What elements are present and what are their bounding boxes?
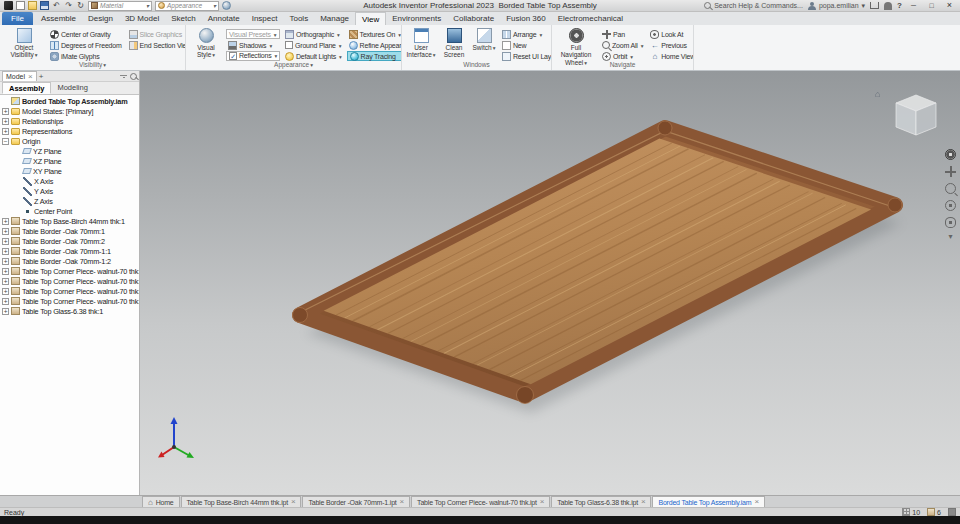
shadows-button[interactable]: Shadows	[226, 40, 280, 49]
pan-button[interactable]: Pan	[600, 29, 645, 39]
tree-expander[interactable]: +	[2, 128, 9, 135]
viewcube-home-icon[interactable]	[875, 89, 880, 99]
tree-node[interactable]: +Table Border -Oak 70mm:1	[0, 226, 139, 236]
save-icon[interactable]	[40, 1, 49, 10]
ground-plane-toggle[interactable]: Ground Plane	[283, 40, 344, 50]
clean-screen-button[interactable]: Clean Screen	[440, 27, 468, 61]
ribbon-tab-annotate[interactable]: Annotate	[202, 12, 246, 25]
close-icon[interactable]: ×	[291, 498, 295, 506]
ribbon-tab-view[interactable]: View	[355, 12, 386, 25]
slice-graphics-button[interactable]: Slice Graphics	[127, 29, 186, 39]
new-file-icon[interactable]	[16, 1, 25, 10]
tree-node[interactable]: XZ Plane	[0, 156, 139, 166]
tree-node[interactable]: +Table Border -Oak 70mm-1:1	[0, 246, 139, 256]
look-at-icon[interactable]	[945, 217, 956, 228]
add-browser-tab-button[interactable]	[39, 72, 44, 81]
orbit-icon[interactable]	[945, 200, 956, 211]
panel-label-navigate[interactable]: Navigate	[552, 60, 693, 70]
tree-node[interactable]: +Table Border -Oak 70mm-1:2	[0, 256, 139, 266]
material-combo[interactable]: Material	[88, 1, 152, 11]
tree-expander[interactable]: +	[2, 238, 9, 245]
help-search[interactable]: Search Help & Commands...	[704, 2, 803, 9]
doc-tab-home[interactable]: ⌂Home	[142, 496, 180, 507]
tree-node[interactable]: +Table Top Base-Birch 44mm thk:1	[0, 216, 139, 226]
tree-expander[interactable]: −	[2, 138, 9, 145]
viewcube[interactable]	[888, 89, 944, 147]
panel-label-visibility[interactable]: Visibility	[0, 60, 185, 70]
tree-node[interactable]: +Table Top Corner Piece- walnut-70 thk:4	[0, 296, 139, 306]
ribbon-tab-inspect[interactable]: Inspect	[246, 12, 284, 25]
panel-label-appearance[interactable]: Appearance	[186, 60, 401, 70]
tree-node[interactable]: +Table Top Corner Piece- walnut-70 thk:3	[0, 286, 139, 296]
refine-appearance-button[interactable]: Refine Appearance	[347, 40, 402, 50]
filter-icon[interactable]	[120, 73, 127, 80]
close-icon[interactable]: ×	[754, 498, 758, 506]
doc-tab-borded-table-top-assembly-iam[interactable]: Borded Table Top Assembly.iam×	[652, 496, 765, 507]
tree-node[interactable]: +Representations	[0, 126, 139, 136]
close-icon[interactable]: ×	[400, 498, 404, 506]
open-file-icon[interactable]	[28, 1, 37, 10]
tree-node[interactable]: −Origin	[0, 136, 139, 146]
tree-expander[interactable]: +	[2, 258, 9, 265]
visual-style-button[interactable]: Visual Style	[189, 27, 223, 61]
tree-node[interactable]: +Relationships	[0, 116, 139, 126]
doc-tab-table-top-glass-6-38-thk-ipt[interactable]: Table Top Glass-6.38 thk.ipt×	[551, 496, 651, 507]
navbar-more-chevron-icon[interactable]	[945, 234, 956, 241]
textures-on-button[interactable]: Textures On	[347, 29, 402, 39]
tree-node[interactable]: +Model States: [Primary]	[0, 106, 139, 116]
maximize-button[interactable]	[925, 1, 938, 11]
store-icon[interactable]	[870, 2, 879, 9]
ribbon-tab-3d-model[interactable]: 3D Model	[119, 12, 165, 25]
tree-expander[interactable]: +	[2, 218, 9, 225]
doc-tab-table-border-oak-70mm-1-ipt[interactable]: Table Border -Oak 70mm-1.ipt×	[302, 496, 410, 507]
account-menu[interactable]: popa.emilian	[808, 2, 865, 10]
adjust-appearance-icon[interactable]	[222, 1, 231, 10]
user-interface-button[interactable]: User Interface	[405, 27, 437, 61]
object-visibility-button[interactable]: Object Visibility	[3, 27, 45, 61]
tree-node[interactable]: Center Point	[0, 206, 139, 216]
ribbon-tab-tools[interactable]: Tools	[283, 12, 314, 25]
tree-expander[interactable]: +	[2, 308, 9, 315]
tree-node[interactable]: X Axis	[0, 176, 139, 186]
close-icon[interactable]: ×	[540, 498, 544, 506]
ribbon-tab-fusion-360[interactable]: Fusion 360	[500, 12, 552, 25]
layout-icon[interactable]	[948, 508, 956, 516]
doc-tab-table-top-corner-piece-walnut-70-thk-ipt[interactable]: Table Top Corner Piece- walnut-70 thk.ip…	[411, 496, 550, 507]
visual-presets-combo[interactable]: Visual Presets	[226, 29, 280, 39]
tree-expander[interactable]: +	[2, 118, 9, 125]
full-navigation-wheel-button[interactable]: Full Navigation Wheel	[555, 27, 597, 61]
update-icon[interactable]	[76, 1, 85, 10]
tree-node[interactable]: +Table Top Glass-6.38 thk:1	[0, 306, 139, 316]
reflections-checkbox[interactable]	[229, 52, 237, 60]
ribbon-tab-environments[interactable]: Environments	[386, 12, 447, 25]
close-button[interactable]	[943, 1, 956, 11]
tree-node[interactable]: YZ Plane	[0, 146, 139, 156]
ribbon-tab-electromechanical[interactable]: Electromechanical	[552, 12, 629, 25]
switch-button[interactable]: Switch	[471, 27, 497, 61]
tree-node[interactable]: Y Axis	[0, 186, 139, 196]
arrange-button[interactable]: Arrange	[500, 29, 552, 39]
ribbon-tab-assemble[interactable]: Assemble	[35, 12, 82, 25]
panel-label-windows[interactable]: Windows	[402, 60, 551, 70]
tree-expander[interactable]: +	[2, 228, 9, 235]
app-logo-icon[interactable]	[4, 1, 13, 10]
full-navigation-wheel-icon[interactable]	[945, 149, 956, 160]
appearance-combo[interactable]: Appearance	[155, 1, 219, 11]
end-section-view-button[interactable]: End Section View	[127, 40, 186, 50]
redo-icon[interactable]	[64, 1, 73, 10]
tab-modeling[interactable]: Modeling	[51, 82, 93, 94]
ribbon-tab-design[interactable]: Design	[82, 12, 119, 25]
minimize-button[interactable]	[907, 1, 920, 11]
previous-view-button[interactable]: Previous	[648, 40, 694, 50]
tree-node[interactable]: +Table Top Corner Piece- walnut-70 thk:2	[0, 276, 139, 286]
tree-node[interactable]: Borded Table Top Assembly.iam	[0, 96, 139, 106]
ribbon-tab-sketch[interactable]: Sketch	[165, 12, 201, 25]
tree-expander[interactable]: +	[2, 288, 9, 295]
ribbon-tab-file[interactable]: File	[2, 12, 33, 25]
help-icon[interactable]	[897, 1, 902, 10]
tree-node[interactable]: Z Axis	[0, 196, 139, 206]
pan-icon[interactable]	[945, 166, 956, 177]
look-at-button[interactable]: Look At	[648, 29, 694, 39]
browser-tab-model[interactable]: Model	[2, 71, 37, 81]
tree-expander[interactable]: +	[2, 248, 9, 255]
